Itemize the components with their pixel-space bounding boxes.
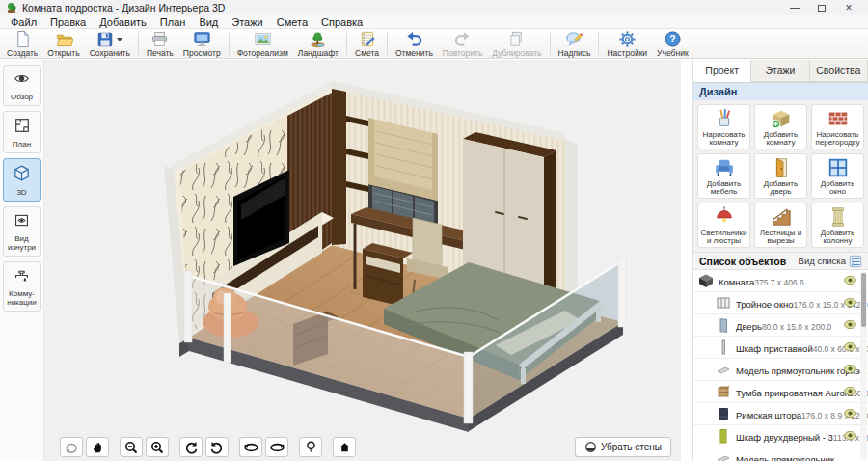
room-3d-view[interactable] <box>44 60 681 461</box>
close-button[interactable]: × <box>835 0 862 15</box>
object-dims: 176.0 x 8.9 x 120.0 <box>801 411 868 420</box>
objects-list-scrollbar[interactable] <box>860 271 867 460</box>
object-row-door[interactable]: Дверь80.0 x 15.0 x 200.0 <box>693 314 868 337</box>
add-door-button[interactable]: Добавить дверь <box>754 153 807 199</box>
visibility-eye-icon[interactable] <box>843 294 857 312</box>
viewport-canvas[interactable]: Убрать стены <box>44 60 681 461</box>
menu-add[interactable]: Добавить <box>93 16 153 28</box>
undo-button[interactable]: Отменить <box>391 29 438 58</box>
add-furniture-button[interactable]: Добавить мебель <box>697 153 750 199</box>
panel-gutter <box>681 60 692 461</box>
minimize-button[interactable] <box>781 0 808 15</box>
menu-edit[interactable]: Правка <box>43 16 93 28</box>
object-row-wardrobe[interactable]: Шкаф двухдверный - 3113.0 x 60.0 x 226.0 <box>693 425 868 447</box>
objects-header-title: Список объектов <box>699 256 786 267</box>
zoom-in-button[interactable] <box>146 437 169 457</box>
settings-gear-icon <box>618 30 637 48</box>
pan-hand-button[interactable] <box>86 437 109 457</box>
duplicate-button[interactable]: Дублировать <box>487 29 546 58</box>
draw-room-icon <box>713 107 736 130</box>
design-section-header: Дизайн <box>693 83 868 100</box>
rotate-right-icon <box>209 440 225 455</box>
open-button[interactable]: Открыть <box>42 29 84 58</box>
photorealism-button[interactable]: Фотореализм <box>232 29 293 58</box>
object-row-horizontal-panel[interactable]: Модель прямоугольник горизо...260.0 x 60… <box>693 359 868 381</box>
visibility-eye-icon[interactable] <box>843 427 857 445</box>
redo-button[interactable]: Повторить <box>438 29 488 58</box>
menu-floors[interactable]: Этажи <box>225 16 269 28</box>
create-button[interactable]: Создать <box>2 29 42 58</box>
object-row-partial[interactable]: Модель прямоугольник... <box>693 447 868 461</box>
add-room-button[interactable]: Добавить комнату <box>754 104 807 149</box>
menu-help[interactable]: Справка <box>314 16 369 28</box>
print-button[interactable]: Печать <box>142 29 178 58</box>
visibility-eye-icon[interactable] <box>843 272 857 289</box>
visibility-eye-icon[interactable] <box>843 383 857 400</box>
rotate-left-button[interactable] <box>179 437 203 457</box>
room-object-icon <box>697 272 715 289</box>
visibility-eye-icon[interactable] <box>843 316 857 334</box>
list-view-icon <box>849 255 862 268</box>
object-row-room[interactable]: Комната375.7 x 406.6 <box>693 270 868 292</box>
menu-view[interactable]: Вид <box>192 16 225 28</box>
stairs-icon <box>770 205 793 229</box>
restore-button[interactable] <box>808 0 835 15</box>
menu-plan[interactable]: План <box>153 16 193 28</box>
window-object-icon <box>715 294 732 312</box>
settings-button[interactable]: Настройки <box>602 29 652 58</box>
menu-estimate[interactable]: Смета <box>270 16 314 28</box>
wardrobe-object-icon <box>715 427 732 445</box>
landscape-button[interactable]: Ландшафт <box>293 29 343 58</box>
visibility-eye-icon[interactable] <box>843 361 857 378</box>
close-icon: × <box>845 3 852 13</box>
preview-button[interactable]: Просмотр <box>178 29 226 58</box>
text-label-icon <box>565 30 583 48</box>
cube-3d-icon <box>13 164 31 186</box>
sidebar-item-interior-view[interactable]: Вид изнутри <box>3 206 41 257</box>
lighting-button[interactable] <box>299 437 322 457</box>
overview-eye-icon <box>13 70 31 91</box>
add-window-button[interactable]: Добавить окно <box>811 153 864 199</box>
zoom-out-button[interactable] <box>120 437 143 457</box>
sidebar-item-plan[interactable]: План <box>3 111 41 153</box>
text-label-button[interactable]: Надпись <box>554 29 596 58</box>
tutorial-button[interactable]: ? Учебник <box>652 29 693 58</box>
save-button[interactable]: Сохранить <box>85 29 135 58</box>
scrollbar-thumb[interactable] <box>861 273 866 327</box>
list-view-toggle[interactable]: Вид списка <box>799 255 862 268</box>
object-row-roman-shade[interactable]: Римская штора176.0 x 8.9 x 120.0 <box>693 403 868 425</box>
rotate-360-button[interactable] <box>60 437 83 457</box>
add-furniture-icon <box>713 156 736 179</box>
sidebar-item-overview[interactable]: Обзор <box>3 65 41 106</box>
draw-partition-button[interactable]: Нарисовать перегородку <box>811 104 864 149</box>
add-window-icon <box>827 156 850 179</box>
object-row-triple-window[interactable]: Тройное окно176.0 x 15.0 x 142.0 <box>693 292 868 314</box>
estimate-button[interactable]: Смета <box>350 29 384 58</box>
tab-floors[interactable]: Этажи <box>751 60 809 82</box>
home-view-button[interactable] <box>333 437 356 457</box>
tab-properties[interactable]: Свойства <box>810 60 868 82</box>
save-dropdown-caret[interactable] <box>117 38 122 41</box>
object-row-nightstand[interactable]: Тумба прикроватная Aurora50.0 x 60.0 x 6… <box>693 381 868 403</box>
sidebar-item-communications[interactable]: Комму-никации <box>3 261 41 312</box>
draw-room-button[interactable]: Нарисовать комнату <box>697 104 750 149</box>
object-name: Тумба прикроватная Aurora <box>736 388 853 398</box>
toolbar-separator <box>138 32 139 55</box>
remove-walls-button[interactable]: Убрать стены <box>575 437 671 457</box>
lights-button[interactable]: Светильники и люстры <box>697 203 750 248</box>
object-row-side-cabinet[interactable]: Шкаф приставной40.0 x 60.0 x 235.0 <box>693 337 868 359</box>
tab-project[interactable]: Проект <box>693 60 751 82</box>
pan-hand-icon <box>91 440 105 454</box>
menu-file[interactable]: Файл <box>4 16 43 28</box>
nightstand-object-icon <box>715 383 732 400</box>
rotate-right-button[interactable] <box>205 437 229 457</box>
orbit-left-button[interactable] <box>239 437 262 457</box>
svg-text:?: ? <box>669 34 675 44</box>
object-dims: 80.0 x 15.0 x 200.0 <box>762 322 831 332</box>
orbit-right-button[interactable] <box>265 437 288 457</box>
visibility-eye-icon[interactable] <box>843 339 857 356</box>
stairs-button[interactable]: Лестницы и вырезы <box>754 203 807 248</box>
sidebar-item-3d[interactable]: 3D <box>3 158 41 202</box>
visibility-eye-icon[interactable] <box>843 405 857 422</box>
add-column-button[interactable]: Добавить колонну <box>811 203 864 248</box>
